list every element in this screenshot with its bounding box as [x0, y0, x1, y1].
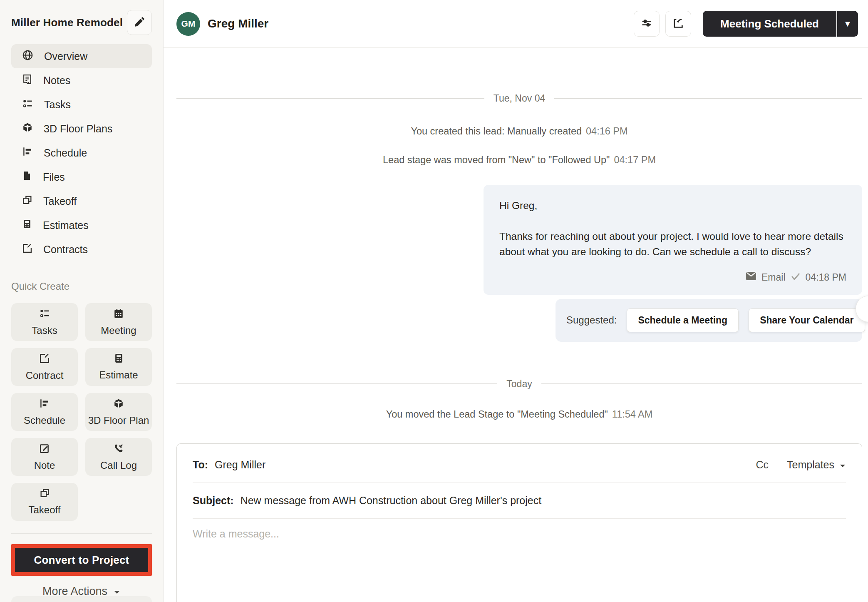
- file-icon: [22, 171, 32, 183]
- sidebar-partial-button[interactable]: [11, 596, 152, 602]
- sidebar-item-files[interactable]: Files: [11, 165, 152, 189]
- envelope-icon: [746, 270, 756, 285]
- log-activity-button[interactable]: [665, 11, 691, 37]
- sidebar-item-overview[interactable]: Overview: [11, 44, 152, 68]
- quick-create-label: Estimate: [99, 369, 138, 381]
- contract-icon: [39, 353, 50, 366]
- nav-label: Schedule: [44, 147, 87, 159]
- templates-label: Templates: [787, 459, 834, 471]
- check-icon: [791, 270, 801, 285]
- quick-create-3d-floor-plan-button[interactable]: 3D Floor Plan: [85, 393, 152, 431]
- date-label: Tue, Nov 04: [494, 93, 545, 104]
- to-label: To:: [193, 459, 208, 471]
- sidebar-item-contracts[interactable]: Contracts: [11, 237, 152, 261]
- suggested-actions: Suggested: Schedule a Meeting Share Your…: [556, 299, 862, 342]
- lead-title: Miller Home Remodel: [11, 16, 123, 29]
- nav-label: Overview: [44, 50, 87, 62]
- quick-create-label: Meeting: [101, 325, 136, 336]
- globe-icon: [22, 50, 33, 63]
- date-label: Today: [506, 378, 532, 390]
- lead-stage-button[interactable]: Meeting Scheduled: [703, 11, 836, 37]
- quick-create-contract-button[interactable]: Contract: [11, 348, 78, 386]
- quick-create-takeoff-button[interactable]: Takeoff: [11, 483, 78, 521]
- quick-create-grid: Tasks Meeting Contract Estimate Schedule…: [11, 303, 152, 521]
- cube-icon: [113, 398, 124, 411]
- quick-create-label: Note: [34, 460, 55, 471]
- calendar-icon: [113, 308, 124, 321]
- note-pencil-icon: [39, 443, 50, 456]
- edit-lead-button[interactable]: [127, 10, 152, 35]
- sliders-icon: [641, 17, 652, 30]
- sidebar-item-notes[interactable]: Notes: [11, 68, 152, 92]
- to-row[interactable]: To: Greg Miller Cc Templates: [177, 444, 862, 483]
- quick-create-label: Takeoff: [29, 504, 61, 516]
- nav-label: Files: [43, 171, 65, 183]
- quick-create-schedule-button[interactable]: Schedule: [11, 393, 78, 431]
- avatar: GM: [176, 12, 200, 36]
- quick-create-label: Contract: [26, 370, 64, 381]
- quick-create-call-log-button[interactable]: Call Log: [85, 438, 152, 476]
- templates-dropdown[interactable]: Templates: [787, 459, 846, 471]
- date-divider: Tue, Nov 04: [176, 93, 862, 104]
- nav-label: Notes: [43, 75, 70, 87]
- quick-create-estimate-button[interactable]: Estimate: [85, 348, 152, 386]
- event-text: Lead stage was moved from "New" to "Foll…: [383, 154, 610, 165]
- layers-icon: [22, 195, 32, 208]
- sidebar-item-takeoff[interactable]: Takeoff: [11, 189, 152, 213]
- sidebar-item-schedule[interactable]: Schedule: [11, 141, 152, 165]
- main-panel: GM Greg Miller Meeting Scheduled ▼: [164, 0, 868, 602]
- email-message-bubble: Hi Greg, Thanks for reaching out about y…: [484, 185, 862, 295]
- quick-create-note-button[interactable]: Note: [11, 438, 78, 476]
- sidebar-item-estimates[interactable]: Estimates: [11, 213, 152, 237]
- contact-header: GM Greg Miller Meeting Scheduled ▼: [164, 0, 868, 48]
- timeline-event: Lead stage was moved from "New" to "Foll…: [176, 154, 862, 166]
- subject-value: New message from AWH Construction about …: [241, 495, 542, 507]
- message-body-area: [177, 519, 862, 602]
- cube-icon: [22, 122, 33, 135]
- import-square-icon: [672, 17, 684, 30]
- filter-settings-button[interactable]: [634, 11, 660, 37]
- share-your-calendar-button[interactable]: Share Your Calendar: [749, 308, 865, 332]
- gantt-icon: [22, 146, 33, 159]
- subject-row[interactable]: Subject: New message from AWH Constructi…: [177, 483, 862, 518]
- channel-label: Email: [761, 270, 786, 285]
- date-divider: Today: [176, 378, 862, 390]
- nav-label: Contracts: [43, 244, 88, 256]
- phone-incoming-icon: [113, 443, 124, 456]
- lead-stage-caret-button[interactable]: ▼: [836, 11, 858, 37]
- chevron-down-icon: ▼: [843, 19, 852, 29]
- gantt-icon: [39, 398, 50, 411]
- email-greeting: Hi Greg,: [499, 198, 846, 214]
- sidebar-divider: [11, 533, 152, 534]
- cc-button[interactable]: Cc: [756, 459, 769, 471]
- event-time: 04:16 PM: [586, 126, 628, 137]
- pencil-icon: [134, 17, 145, 29]
- sidebar-item-3d-floor-plans[interactable]: 3D Floor Plans: [11, 117, 152, 141]
- timeline-event: You moved the Lead Stage to "Meeting Sch…: [176, 409, 862, 420]
- email-meta: Email 04:18 PM: [499, 270, 846, 285]
- checklist-icon: [22, 98, 33, 112]
- convert-to-project-button[interactable]: Convert to Project: [15, 548, 148, 572]
- quick-create-label: Call Log: [100, 460, 137, 471]
- layers-icon: [40, 488, 50, 501]
- notes-icon: [22, 74, 32, 87]
- chevron-down-icon: [839, 459, 846, 471]
- calculator-icon: [22, 219, 32, 231]
- message-input[interactable]: [193, 528, 846, 602]
- message-time: 04:18 PM: [806, 270, 846, 285]
- suggested-label: Suggested:: [566, 314, 617, 326]
- quick-create-meeting-button[interactable]: Meeting: [85, 303, 152, 341]
- event-text: You created this lead: Manually created: [411, 126, 582, 137]
- event-time: 11:54 AM: [612, 409, 653, 420]
- activity-timeline: Tue, Nov 04 You created this lead: Manua…: [164, 48, 868, 602]
- quick-create-tasks-button[interactable]: Tasks: [11, 303, 78, 341]
- sidebar-nav: Overview Notes Tasks 3D Floor Plans Sche…: [11, 44, 152, 261]
- sidebar-item-tasks[interactable]: Tasks: [11, 92, 152, 117]
- nav-label: Estimates: [43, 219, 89, 231]
- quick-create-heading: Quick Create: [11, 281, 152, 292]
- schedule-a-meeting-button[interactable]: Schedule a Meeting: [627, 308, 739, 332]
- subject-label: Subject:: [193, 495, 234, 507]
- calculator-icon: [114, 353, 124, 366]
- lead-stage-split-button: Meeting Scheduled ▼: [703, 11, 858, 37]
- event-time: 04:17 PM: [614, 154, 656, 165]
